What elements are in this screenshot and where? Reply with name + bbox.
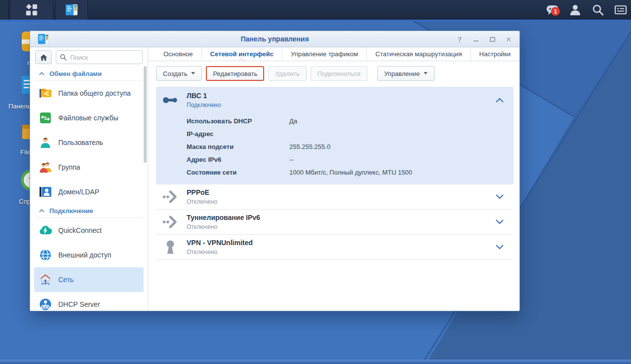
tab-settings[interactable]: Настройки <box>471 47 519 61</box>
create-button[interactable]: Создать <box>156 66 202 81</box>
chevron-up-icon <box>39 72 44 75</box>
tab-general[interactable]: Основное <box>155 47 201 61</box>
sidebar-section-connectivity[interactable]: Подключение <box>35 204 143 218</box>
sidebar-item-label: DHCP Server <box>58 300 100 308</box>
quickconnect-icon <box>39 224 52 237</box>
lan-icon <box>162 92 179 109</box>
collapse-chevron-icon[interactable] <box>496 98 504 103</box>
widgets-icon[interactable] <box>614 3 627 16</box>
sidebar-item-file-services[interactable]: Файловые службы <box>34 106 144 130</box>
interface-list: ЛВС 1 Подключено Использовать DHCPДа IP-… <box>148 87 519 311</box>
app-launcher-button[interactable] <box>10 0 53 20</box>
sidebar-item-label: QuickConnect <box>58 226 102 234</box>
edit-button[interactable]: Редактировать <box>206 66 264 81</box>
tab-network-interface[interactable]: Сетевой интерфейс <box>201 47 282 61</box>
tab-traffic-control[interactable]: Управление трафиком <box>282 47 366 61</box>
interface-name: ЛВС 1 <box>187 92 221 100</box>
dropdown-caret-icon <box>191 72 195 76</box>
maximize-button[interactable] <box>488 36 496 43</box>
sidebar-item-user[interactable]: Пользователь <box>34 130 144 155</box>
sidebar-section-file-sharing[interactable]: Обмен файлами <box>35 67 143 81</box>
detail-value: Да <box>289 117 297 125</box>
button-label: Удалить <box>275 70 300 77</box>
detail-value: 1000 Мбит/с, Полный дуплекс, MTU 1500 <box>289 169 412 176</box>
button-label: Редактировать <box>213 70 257 77</box>
detail-label: IP-адрес <box>187 130 289 138</box>
tab-label: Основное <box>163 50 193 58</box>
search-icon[interactable] <box>592 3 604 16</box>
sidebar-item-shared-folder[interactable]: Папка общего доступа <box>34 81 144 106</box>
expand-chevron-icon[interactable] <box>496 194 504 199</box>
control-panel-task-button[interactable] <box>55 0 88 20</box>
window-title: Панель управления <box>30 31 519 47</box>
detail-row: Использовать DHCPДа <box>187 114 509 127</box>
dhcp-server-icon <box>39 298 52 311</box>
interface-status: Отключено <box>187 223 260 230</box>
connect-button[interactable]: Подключиться <box>311 66 367 81</box>
user-menu-icon[interactable] <box>569 3 582 16</box>
desktop-icon-label: Спр <box>4 198 31 205</box>
sidebar-scrollbar[interactable] <box>144 66 147 163</box>
search-input[interactable] <box>56 50 143 64</box>
vpn-keyhole-icon <box>162 239 179 255</box>
button-label: Подключиться <box>317 70 360 77</box>
sidebar-item-network[interactable]: Сеть <box>34 267 144 292</box>
home-button[interactable] <box>35 50 52 64</box>
tab-static-route[interactable]: Статическая маршрутизация <box>366 47 470 61</box>
sidebar-item-label: Файловые службы <box>58 114 118 122</box>
interface-name: VPN - VPNUnlimited <box>187 239 253 247</box>
expand-chevron-icon[interactable] <box>496 219 504 224</box>
shared-folder-icon <box>39 87 52 100</box>
interface-lan1-header[interactable]: ЛВС 1 Подключено <box>156 87 513 113</box>
detail-label: Адрес IPv6 <box>187 156 289 163</box>
expand-chevron-icon[interactable] <box>496 245 504 250</box>
minimize-button[interactable] <box>472 36 480 43</box>
detail-row: IP-адрес <box>187 127 509 140</box>
control-panel-task-icon <box>65 3 78 16</box>
sidebar-item-domain-ldap[interactable]: Домен/LDAP <box>34 180 144 204</box>
desktop-icon-label: File <box>4 148 31 156</box>
sidebar-item-external-access[interactable]: Внешний доступ <box>34 243 144 267</box>
manage-button[interactable]: Управление <box>377 66 434 81</box>
interface-pppoe-row[interactable]: PPPoE Отключено <box>156 184 513 210</box>
tab-bar: Основное Сетевой интерфейс Управление тр… <box>148 47 519 61</box>
taskbar-accent-line <box>0 20 631 21</box>
window-titlebar[interactable]: Панель управления ? ✕ <box>30 31 519 47</box>
home-icon <box>39 53 48 62</box>
delete-button[interactable]: Удалить <box>268 66 307 81</box>
sidebar-item-label: Сеть <box>58 276 74 284</box>
dropdown-caret-icon <box>424 72 428 76</box>
desktop-icon-label: Панель <box>4 103 31 110</box>
app-launcher-icon <box>25 3 38 16</box>
search-field-icon <box>60 54 67 61</box>
detail-value: -- <box>289 156 294 163</box>
group-icon <box>39 161 52 174</box>
close-button[interactable]: ✕ <box>505 36 513 43</box>
show-desktop-button[interactable] <box>0 0 9 20</box>
desktop-icon-label: п <box>4 59 31 67</box>
pppoe-icon <box>162 188 179 205</box>
detail-row: Состояние сети1000 Мбит/с, Полный дуплек… <box>187 166 509 179</box>
interface-ipv6-tunnel-row[interactable]: Туннелирование IPv6 Отключено <box>156 210 513 235</box>
sidebar-item-quickconnect[interactable]: QuickConnect <box>34 218 144 243</box>
external-access-icon <box>39 249 52 261</box>
sidebar-item-dhcp-server[interactable]: DHCP Server <box>34 292 144 311</box>
sidebar: Обмен файлами Папка общего доступа Файло… <box>30 47 148 311</box>
ipv6-tunnel-icon <box>162 214 179 230</box>
detail-row: Адрес IPv6-- <box>187 153 509 166</box>
domain-ldap-icon <box>39 185 52 198</box>
help-button[interactable]: ? <box>456 36 464 43</box>
sidebar-item-label: Внешний доступ <box>58 251 111 259</box>
taskbar <box>0 0 631 20</box>
content-area: Основное Сетевой интерфейс Управление тр… <box>148 47 519 311</box>
control-panel-window: Панель управления ? ✕ Обмен файлами <box>30 31 520 311</box>
button-label: Управление <box>384 70 420 77</box>
section-header-label: Обмен файлами <box>49 70 102 77</box>
button-label: Создать <box>163 70 187 77</box>
interface-name: PPPoE <box>187 188 217 196</box>
sidebar-item-group[interactable]: Группа <box>34 155 144 180</box>
tab-label: Сетевой интерфейс <box>210 50 274 58</box>
file-services-icon <box>39 111 52 124</box>
tab-label: Управление трафиком <box>291 50 358 58</box>
interface-vpn-row[interactable]: VPN - VPNUnlimited Отключено <box>156 235 513 260</box>
